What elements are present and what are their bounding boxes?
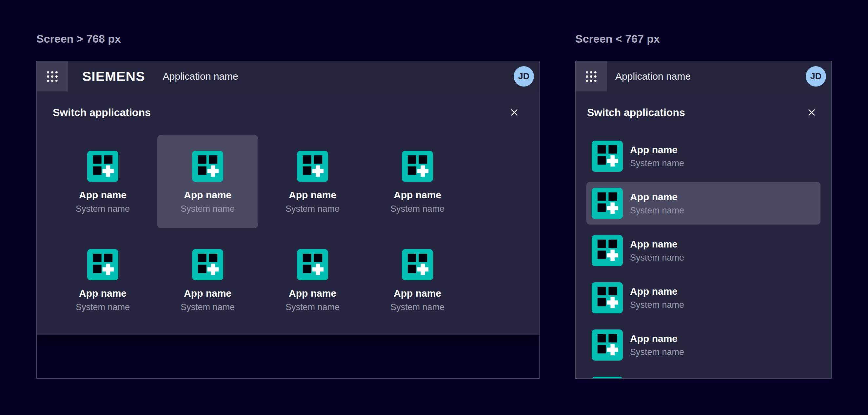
- switch-applications-popup: Switch applications App name System name…: [576, 92, 831, 378]
- close-icon: [806, 107, 817, 118]
- app-name: App name: [630, 144, 684, 156]
- app-list-item[interactable]: App name System name: [586, 135, 820, 177]
- system-name: System name: [630, 252, 684, 263]
- system-name: System name: [630, 299, 684, 310]
- grid-dots-icon: [585, 70, 597, 83]
- app-tile[interactable]: App name System name: [53, 233, 153, 326]
- popup-header: Switch applications: [576, 92, 831, 120]
- system-name: System name: [285, 302, 340, 312]
- system-name: System name: [630, 347, 684, 357]
- popup-title: Switch applications: [53, 106, 151, 119]
- app-tile[interactable]: App name System name: [53, 135, 153, 228]
- app-list-item[interactable]: App name System name: [586, 182, 820, 225]
- app-tile-plus-icon: [297, 249, 328, 280]
- app-switcher-button[interactable]: [576, 61, 607, 92]
- siemens-logo: SIEMENS: [82, 69, 145, 84]
- user-avatar[interactable]: JD: [514, 66, 534, 87]
- app-name: App name: [184, 189, 231, 201]
- app-name: App name: [394, 288, 441, 299]
- system-name: System name: [76, 204, 130, 214]
- popup-title: Switch applications: [587, 106, 685, 119]
- app-tile-grid: App name System name App name System nam…: [37, 135, 539, 326]
- app-name: App name: [289, 189, 336, 201]
- system-name: System name: [630, 205, 684, 216]
- avatar-initials: JD: [810, 71, 822, 82]
- system-name: System name: [630, 158, 684, 168]
- app-list-item[interactable]: App name System name: [586, 323, 820, 366]
- app-name: App name: [184, 288, 231, 299]
- app-tile-plus-icon: [297, 151, 328, 182]
- app-tile-plus-icon: [87, 249, 118, 280]
- app-tile-plus-icon: [592, 377, 623, 379]
- app-name: App name: [79, 189, 127, 201]
- app-name: App name: [630, 286, 684, 297]
- app-tile-plus-icon: [592, 235, 623, 266]
- app-list-item-text: App name System name: [630, 286, 684, 310]
- app-name: App name: [394, 189, 441, 201]
- app-list-item-text: App name System name: [630, 144, 684, 168]
- app-list: App name System name App name System nam…: [586, 135, 820, 378]
- app-tile-plus-icon: [192, 151, 223, 182]
- app-name: App name: [79, 288, 127, 299]
- desktop-window: SIEMENS Application name JD Switch appli…: [36, 61, 539, 379]
- application-title: Application name: [163, 71, 238, 82]
- app-name: App name: [630, 333, 684, 345]
- app-tile[interactable]: App name System name: [367, 135, 468, 228]
- app-tile[interactable]: App name System name: [157, 135, 258, 228]
- app-tile-plus-icon: [87, 151, 118, 182]
- app-list-item-text: App name System name: [630, 333, 684, 357]
- app-tile[interactable]: App name System name: [262, 135, 363, 228]
- system-name: System name: [391, 302, 444, 312]
- app-tile-plus-icon: [402, 151, 433, 182]
- close-icon: [509, 107, 520, 118]
- app-name: App name: [630, 238, 684, 250]
- app-tile-plus-icon: [402, 249, 433, 280]
- switch-applications-popup: Switch applications App name System name…: [37, 92, 539, 336]
- app-tile-plus-icon: [592, 329, 623, 360]
- grid-dots-icon: [46, 70, 58, 83]
- app-tile-plus-icon: [592, 140, 623, 172]
- app-list-item-partial[interactable]: [586, 371, 820, 378]
- app-tile-plus-icon: [592, 282, 623, 313]
- desktop-appbar: SIEMENS Application name JD: [37, 61, 539, 92]
- system-name: System name: [391, 204, 444, 214]
- system-name: System name: [285, 204, 340, 214]
- popup-header: Switch applications: [37, 92, 539, 120]
- app-tile[interactable]: App name System name: [157, 233, 258, 326]
- avatar-initials: JD: [518, 71, 530, 82]
- mobile-window: Application name JD Switch applications …: [575, 61, 832, 379]
- close-button[interactable]: [804, 105, 819, 120]
- system-name: System name: [181, 204, 235, 214]
- app-tile[interactable]: App name System name: [367, 233, 468, 326]
- breakpoint-label-mobile: Screen < 767 px: [575, 31, 660, 46]
- user-avatar[interactable]: JD: [806, 66, 826, 87]
- app-switcher-button[interactable]: [37, 61, 68, 92]
- app-tile[interactable]: App name System name: [262, 233, 363, 326]
- system-name: System name: [76, 302, 130, 312]
- mobile-appbar: Application name JD: [576, 61, 831, 92]
- app-tile-plus-icon: [592, 188, 623, 219]
- breakpoint-label-desktop: Screen > 768 px: [36, 31, 121, 46]
- system-name: System name: [181, 302, 235, 312]
- app-list-item-text: App name System name: [630, 191, 684, 216]
- app-list-item[interactable]: App name System name: [586, 229, 820, 272]
- application-title: Application name: [615, 71, 691, 82]
- app-name: App name: [289, 288, 336, 299]
- app-name: App name: [630, 191, 684, 203]
- app-list-item[interactable]: App name System name: [586, 276, 820, 319]
- close-button[interactable]: [507, 105, 522, 120]
- app-list-item-text: App name System name: [630, 238, 684, 263]
- app-tile-plus-icon: [192, 249, 223, 280]
